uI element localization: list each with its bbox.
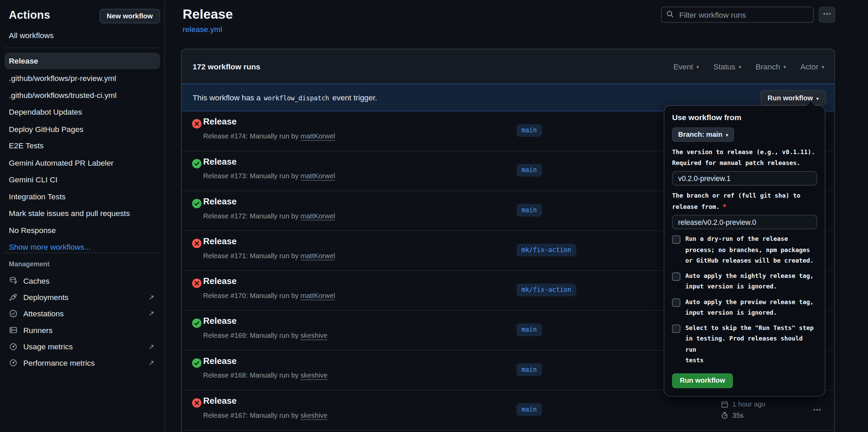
run-title[interactable]: Release xyxy=(203,276,237,286)
checkbox[interactable] xyxy=(672,324,680,332)
management-item-performance-metrics[interactable]: Performance metrics ↗ xyxy=(0,355,165,371)
branch-selector-button[interactable]: Branch: main ▾ xyxy=(672,127,734,142)
workflow-file-link[interactable]: release.yml xyxy=(183,25,222,34)
panel-title: Use workflow from xyxy=(672,113,817,122)
checkbox[interactable] xyxy=(672,272,680,280)
sidebar-item-gemini-automated-pr-labeler[interactable]: Gemini Automated PR Labeler xyxy=(4,154,160,171)
actor-link[interactable]: mattKorwel xyxy=(301,172,335,180)
run-workflow-submit-button[interactable]: Run workflow xyxy=(672,373,733,388)
run-title[interactable]: Release xyxy=(203,117,237,127)
run-title[interactable]: Release xyxy=(203,236,237,246)
checkbox-label[interactable]: Run a dry-run of the release process; no… xyxy=(685,234,814,266)
management-item-runners[interactable]: Runners ↗ xyxy=(0,322,165,338)
external-link-icon: ↗ xyxy=(148,342,154,350)
filter-branch[interactable]: Branch▾ xyxy=(755,62,786,71)
run-title[interactable]: Release xyxy=(203,197,237,206)
run-time-ago: 1 hour ago xyxy=(732,400,765,408)
ref-input[interactable] xyxy=(672,215,817,229)
filter-workflow-runs-input[interactable] xyxy=(678,10,809,19)
run-title[interactable]: Release xyxy=(203,356,237,366)
chevron-down-icon: ▾ xyxy=(822,64,824,70)
branch-badge[interactable]: main xyxy=(516,403,542,416)
filter-event[interactable]: Event▾ xyxy=(673,62,699,71)
run-kebab-menu-button[interactable] xyxy=(810,405,824,416)
sidebar-item-github-workflows-pr-review-yml[interactable]: .github/workflows/pr-review.yml xyxy=(4,70,160,87)
filter-actor[interactable]: Actor▾ xyxy=(800,62,824,71)
actor-link[interactable]: skeshive xyxy=(301,412,327,419)
sidebar-item-mark-stale-issues-and-pull-requests[interactable]: Mark stale issues and pull requests xyxy=(4,205,160,222)
rocket-icon xyxy=(9,293,18,302)
management-item-deployments[interactable]: Deployments ↗ xyxy=(0,289,165,305)
checkbox[interactable] xyxy=(672,298,680,306)
sidebar-item-label: Integration Tests xyxy=(9,192,66,201)
sidebar-item-e2e-tests[interactable]: E2E Tests xyxy=(4,137,160,154)
workflow-input-checkbox-row: Select to skip the "Run Tests" step in t… xyxy=(672,322,817,366)
version-input[interactable] xyxy=(672,171,817,185)
page-title: Release xyxy=(183,7,233,22)
sidebar-item-release[interactable]: Release xyxy=(4,53,160,69)
actor-link[interactable]: mattKorwel xyxy=(301,292,335,300)
branch-badge[interactable]: main xyxy=(516,164,542,177)
sidebar-item-label: Show more workflows... xyxy=(9,243,91,251)
run-title[interactable]: Release xyxy=(203,316,237,326)
branch-badge[interactable]: main xyxy=(516,323,542,336)
run-title[interactable]: Release xyxy=(203,157,237,167)
management-list: Caches ↗ Deployments ↗ Attestations ↗ Ru… xyxy=(0,272,165,371)
runs-filter-bar: Event▾Status▾Branch▾Actor▾ xyxy=(673,62,824,71)
workflow-run-row[interactable]: Release Release #167: Manually run by sk… xyxy=(182,391,834,430)
sidebar-item-dependabot-updates[interactable]: Dependabot Updates xyxy=(4,103,160,120)
ref-field-description: The branch or ref (full git sha) to rele… xyxy=(672,190,817,212)
sidebar-item-gemini-cli-ci[interactable]: Gemini CLI CI xyxy=(4,171,160,188)
kebab-horizontal-icon xyxy=(823,10,832,20)
actions-page: Actions New workflow All workflows Relea… xyxy=(0,0,868,432)
branch-badge[interactable]: main xyxy=(516,363,542,376)
branch-badge[interactable]: main xyxy=(516,124,542,137)
sidebar-item-github-workflows-trusted-ci-yml[interactable]: .github/workflows/trusted-ci.yml xyxy=(4,87,160,104)
workflow-overflow-menu-button[interactable] xyxy=(819,7,835,23)
sidebar-divider xyxy=(4,48,160,48)
external-link-icon: ↗ xyxy=(148,310,154,318)
run-title[interactable]: Release xyxy=(203,396,237,406)
actor-link[interactable]: skeshive xyxy=(301,332,327,339)
sidebar-item-all-workflows[interactable]: All workflows xyxy=(9,31,54,40)
management-item-label: Attestations xyxy=(23,309,64,318)
management-item-label: Performance metrics xyxy=(23,359,95,367)
run-workflow-dropdown-button[interactable]: Run workflow ▾ xyxy=(760,90,826,105)
checkbox-label[interactable]: Select to skip the "Run Tests" step in t… xyxy=(685,322,817,366)
branch-badge[interactable]: mk/fix-action xyxy=(516,284,576,296)
version-field-description: The version to release (e.g., v0.1.11). … xyxy=(672,147,817,168)
filter-status[interactable]: Status▾ xyxy=(713,62,741,71)
search-icon xyxy=(666,10,674,19)
management-item-attestations[interactable]: Attestations ↗ xyxy=(0,305,165,322)
run-subtitle: Release #172: Manually run by mattKorwel xyxy=(203,212,335,220)
actor-link[interactable]: skeshive xyxy=(301,372,327,380)
checkbox-label[interactable]: Auto apply the preview release tag, inpu… xyxy=(685,297,814,318)
sidebar-item-integration-tests[interactable]: Integration Tests xyxy=(4,188,160,205)
checkbox[interactable] xyxy=(672,235,680,244)
actor-link[interactable]: mattKorwel xyxy=(301,132,335,140)
actor-link[interactable]: mattKorwel xyxy=(301,212,335,220)
banner-text: This workflow has a workflow_dispatch ev… xyxy=(193,93,377,102)
management-item-label: Deployments xyxy=(23,293,68,302)
management-item-label: Usage metrics xyxy=(23,342,73,351)
run-subtitle: Release #173: Manually run by mattKorwel xyxy=(203,172,335,180)
management-item-usage-metrics[interactable]: Usage metrics ↗ xyxy=(0,338,165,354)
run-subtitle: Release #167: Manually run by skeshive xyxy=(203,412,327,419)
run-subtitle: Release #168: Manually run by skeshive xyxy=(203,372,327,380)
branch-badge[interactable]: main xyxy=(516,204,542,216)
sidebar-item-deploy-github-pages[interactable]: Deploy GitHub Pages xyxy=(4,120,160,137)
sidebar-item-label: No Response xyxy=(9,226,56,234)
workflow-dispatch-code: workflow_dispatch xyxy=(263,94,330,102)
checkbox-label[interactable]: Auto apply the nightly release tag, inpu… xyxy=(685,270,814,292)
cache-icon xyxy=(9,276,18,285)
new-workflow-button[interactable]: New workflow xyxy=(100,9,160,23)
sidebar-item-label: Release xyxy=(9,56,38,65)
chevron-down-icon: ▾ xyxy=(739,64,741,70)
management-item-caches[interactable]: Caches ↗ xyxy=(0,272,165,289)
check-circle-icon xyxy=(192,159,202,168)
actor-link[interactable]: mattKorwel xyxy=(301,252,335,260)
calendar-icon xyxy=(721,400,729,408)
server-icon xyxy=(9,326,18,334)
sidebar-item-no-response[interactable]: No Response xyxy=(4,222,160,239)
branch-badge[interactable]: mk/fix-action xyxy=(516,244,576,256)
